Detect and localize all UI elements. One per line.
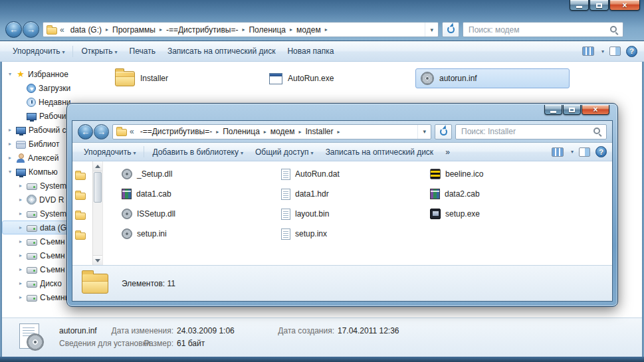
refresh-button[interactable] <box>435 124 452 139</box>
cab-archive-icon <box>430 189 440 199</box>
address-dropdown-icon[interactable]: ▾ <box>417 125 431 139</box>
drive-icon <box>27 253 37 260</box>
file-item[interactable]: setup.inx <box>281 225 327 242</box>
toolbar-overflow-button[interactable]: » <box>439 145 456 159</box>
refresh-button[interactable] <box>442 22 459 37</box>
forward-button[interactable]: → <box>94 124 109 139</box>
organize-button[interactable]: Упорядочить▾ <box>78 145 142 159</box>
file-name: ISSetup.dll <box>137 209 175 219</box>
expand-arrow-icon[interactable]: ▸ <box>17 266 24 272</box>
breadcrumb[interactable]: « data (G:) ▸ Программы ▸ -==Дистрибутив… <box>43 22 439 37</box>
desktop-icon <box>16 127 26 134</box>
search-icon[interactable] <box>593 127 602 136</box>
file-item[interactable]: ISSetup.dll <box>122 205 175 223</box>
print-button[interactable]: Печать <box>124 45 161 58</box>
help-icon[interactable]: ? <box>595 146 607 157</box>
breadcrumb-item[interactable]: -==Дистрибутивы=- <box>163 25 242 35</box>
folder-icon <box>115 71 135 86</box>
views-dropdown-icon[interactable]: ▾ <box>571 149 574 155</box>
scroll-down-button[interactable] <box>93 255 102 265</box>
sidebar-label: Недавни <box>39 98 70 107</box>
breadcrumb-overflow-chevron[interactable]: « <box>127 127 137 136</box>
breadcrumb-item[interactable]: Поленица <box>219 127 263 136</box>
maximize-icon <box>596 3 602 8</box>
breadcrumb-overflow-chevron[interactable]: « <box>57 25 67 35</box>
expand-arrow-icon[interactable]: ▸ <box>17 252 24 258</box>
expand-arrow-icon[interactable]: ▸ <box>17 280 24 286</box>
forward-button[interactable]: → <box>23 21 39 38</box>
toolbar-right-group: ▾ ? <box>582 46 637 57</box>
expand-arrow-icon[interactable]: ▾ <box>7 169 13 175</box>
views-icon[interactable] <box>582 46 594 56</box>
breadcrumb-item[interactable]: модем <box>267 127 298 136</box>
views-icon[interactable] <box>552 147 564 157</box>
expand-arrow-icon[interactable]: ▸ <box>17 197 24 203</box>
expand-arrow-icon[interactable]: ▸ <box>17 211 24 217</box>
document-icon <box>281 228 290 240</box>
organize-button[interactable]: Упорядочить▾ <box>7 45 70 58</box>
breadcrumb-item[interactable]: модем <box>293 25 324 35</box>
breadcrumb[interactable]: « -==Дистрибутивы=- ▸ Поленица ▸ модем ▸… <box>112 124 431 139</box>
preview-pane-icon[interactable] <box>579 147 590 157</box>
expand-arrow-icon[interactable]: ▸ <box>7 155 13 161</box>
scrollbar-thumb[interactable] <box>94 172 102 203</box>
breadcrumb-item[interactable]: Поленица <box>245 25 289 35</box>
expand-arrow-icon[interactable]: ▸ <box>17 294 24 300</box>
close-button[interactable]: × <box>609 0 640 11</box>
minimize-button[interactable] <box>570 0 589 11</box>
back-button[interactable]: ← <box>5 21 22 38</box>
burn-button[interactable]: Записать на оптический диск <box>320 145 440 159</box>
file-item[interactable]: layout.bin <box>281 205 329 223</box>
file-item-installer[interactable]: Installer <box>115 68 168 88</box>
folder-large-icon <box>82 274 108 294</box>
expand-arrow-icon[interactable]: ▾ <box>7 71 13 77</box>
views-dropdown-icon[interactable]: ▾ <box>601 48 604 54</box>
search-box[interactable] <box>455 124 607 139</box>
crumb-separator-icon[interactable]: ▸ <box>324 27 328 33</box>
sidebar-item-favorites[interactable]: ▾★Избранное <box>2 67 88 81</box>
burn-button[interactable]: Записать на оптический диск <box>161 45 282 58</box>
open-button[interactable]: Открыть▾ <box>75 45 123 58</box>
breadcrumb-item[interactable]: -==Дистрибутивы=- <box>137 127 216 136</box>
share-button[interactable]: Общий доступ▾ <box>249 145 320 159</box>
breadcrumb-item[interactable]: Программы <box>109 25 159 35</box>
address-dropdown-icon[interactable]: ▾ <box>425 23 438 37</box>
file-item[interactable]: setup.exe <box>430 205 480 223</box>
file-item-autorun-inf-selected[interactable]: autorun.inf <box>415 68 570 88</box>
ico-image-icon <box>430 169 441 179</box>
help-icon[interactable]: ? <box>626 46 637 57</box>
file-item[interactable]: AutoRun.dat <box>281 165 340 183</box>
maximize-button[interactable] <box>590 0 609 11</box>
close-button[interactable]: × <box>582 105 609 115</box>
add-to-library-button[interactable]: Добавить в библиотеку▾ <box>146 145 249 159</box>
new-folder-button[interactable]: Новая папка <box>281 45 340 58</box>
sidebar-item-downloads[interactable]: Загрузки <box>2 81 88 95</box>
maximize-button[interactable] <box>563 105 581 115</box>
file-item[interactable]: _Setup.dll <box>122 165 172 183</box>
file-item[interactable]: data1.cab <box>122 185 171 203</box>
file-item[interactable]: beeline.ico <box>430 165 483 183</box>
back-button[interactable]: ← <box>78 124 93 139</box>
expand-arrow-icon[interactable]: ▸ <box>7 141 13 147</box>
search-box[interactable] <box>463 22 623 37</box>
search-input[interactable] <box>461 127 593 136</box>
search-icon[interactable] <box>609 25 619 35</box>
breadcrumb-item[interactable]: data (G:) <box>67 25 105 35</box>
preview-pane-icon[interactable] <box>609 46 621 56</box>
search-input[interactable] <box>469 25 609 35</box>
expand-arrow-icon[interactable]: ▸ <box>17 238 24 244</box>
breadcrumb-item[interactable]: Installer <box>302 127 336 136</box>
scrollbar[interactable] <box>92 161 102 265</box>
computer-icon <box>16 169 26 176</box>
scroll-up-button[interactable] <box>93 161 102 171</box>
minimize-button[interactable] <box>544 105 562 115</box>
crumb-separator-icon[interactable]: ▸ <box>336 129 340 135</box>
front-window[interactable]: × ← → « -==Дистрибутивы=- ▸ Поленица ▸ м… <box>66 103 618 307</box>
file-item[interactable]: setup.ini <box>122 225 167 242</box>
file-item[interactable]: data1.hdr <box>281 185 329 203</box>
file-item-autorun-exe[interactable]: AutoRun.exe <box>269 68 334 88</box>
expand-arrow-icon[interactable]: ▸ <box>17 183 24 189</box>
expand-arrow-icon[interactable]: ▸ <box>17 225 24 230</box>
file-item[interactable]: data2.cab <box>430 185 480 203</box>
expand-arrow-icon[interactable]: ▸ <box>7 127 13 133</box>
